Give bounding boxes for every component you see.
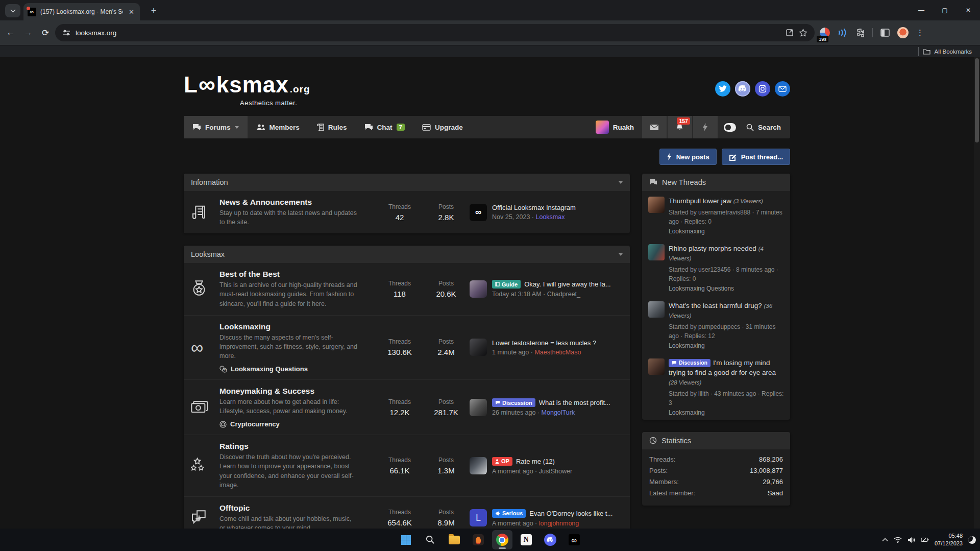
extensions-puzzle-icon[interactable] — [855, 28, 865, 37]
latest-user[interactable]: MaestheticMaso — [534, 349, 581, 356]
latest-thread-title[interactable]: Rate me (12) — [516, 458, 555, 465]
profile-avatar[interactable] — [897, 27, 909, 38]
forum-title[interactable]: Moneymaking & Success — [219, 387, 377, 396]
discord-button[interactable] — [540, 530, 560, 549]
stat-value[interactable]: Saad — [768, 489, 783, 497]
file-explorer-button[interactable] — [444, 530, 464, 549]
start-button[interactable] — [396, 530, 416, 549]
nav-forums[interactable]: Forums — [184, 116, 248, 138]
avatar[interactable] — [648, 358, 665, 375]
sound-extension-icon[interactable] — [838, 29, 848, 37]
twitter-icon[interactable] — [715, 81, 730, 97]
nav-rules[interactable]: Rules — [308, 116, 356, 138]
inbox-button[interactable] — [642, 116, 667, 138]
collapse-icon[interactable] — [619, 181, 623, 184]
avatar[interactable] — [648, 244, 665, 260]
bookmark-star-icon[interactable] — [799, 29, 807, 37]
all-bookmarks-label[interactable]: All Bookmarks — [935, 49, 972, 55]
latest-user[interactable]: Looksmax — [535, 213, 565, 221]
avatar[interactable] — [470, 399, 487, 416]
alerts-button[interactable]: 157 — [668, 116, 692, 138]
forum-title[interactable]: Best of the Best — [219, 270, 377, 279]
subforum-link[interactable]: Cryptocurrency — [219, 420, 377, 428]
wifi-icon[interactable] — [894, 537, 902, 543]
forum-title[interactable]: News & Announcements — [219, 198, 377, 207]
forum-title[interactable]: Offtopic — [219, 504, 377, 513]
scrollbar-thumb[interactable] — [975, 58, 979, 142]
volume-icon[interactable] — [908, 537, 915, 543]
dark-mode-toggle[interactable] — [724, 123, 736, 132]
collapse-icon[interactable] — [619, 253, 623, 256]
side-panel-icon[interactable] — [880, 29, 890, 37]
theme-toggle[interactable] — [718, 116, 742, 138]
new-tab-button[interactable]: + — [147, 5, 160, 16]
latest-thread-title[interactable]: Evan O'Dorney looks like t... — [529, 510, 612, 517]
forum-title[interactable]: Looksmaxing — [219, 322, 377, 331]
user-avatar[interactable] — [596, 121, 609, 134]
new-posts-button[interactable]: New posts — [659, 149, 717, 165]
looksmax-header[interactable]: Looksmax — [184, 246, 630, 263]
address-bar[interactable]: looksmax.org — [55, 24, 815, 41]
reload-button[interactable]: ⟳ — [38, 25, 53, 40]
avatar[interactable] — [470, 339, 487, 356]
instagram-icon[interactable] — [755, 81, 770, 97]
night-mode-icon[interactable] — [968, 536, 976, 544]
latest-user[interactable]: Chadpreet_ — [547, 291, 580, 298]
avatar[interactable]: L — [470, 509, 487, 526]
thread-title[interactable]: Rhino plasty morphs needed — [669, 245, 756, 252]
thread-title[interactable]: Thumbpull lower jaw — [669, 197, 731, 205]
nav-chat[interactable]: Chat 7 — [356, 116, 413, 138]
page-scrollbar[interactable] — [974, 57, 980, 529]
taskbar-clock[interactable]: 05:48 07/12/2023 — [935, 532, 963, 547]
chrome-button[interactable] — [492, 530, 512, 549]
mail-icon[interactable] — [775, 81, 790, 97]
search-button[interactable]: Search — [742, 116, 790, 138]
tab-close-icon[interactable]: ✕ — [127, 8, 136, 16]
minimize-button[interactable]: — — [910, 0, 933, 20]
latest-user[interactable]: JustShower — [539, 468, 572, 475]
latest-user[interactable]: MongolTurk — [542, 409, 575, 416]
whats-new-button[interactable] — [693, 116, 718, 138]
looksmax-app-button[interactable]: ∞ — [564, 530, 584, 549]
subforum-link[interactable]: ? Looksmaxing Questions — [219, 365, 377, 373]
nav-upgrade[interactable]: Upgrade — [413, 116, 472, 138]
thread-title[interactable]: What's the least harmful drug? — [669, 302, 762, 309]
taskbar-search-button[interactable] — [420, 530, 440, 549]
browser-menu-icon[interactable]: ⋮ — [916, 28, 924, 37]
user-menu[interactable]: Ruakh — [589, 116, 641, 138]
extension-colorwheel-icon[interactable]: 39s — [820, 28, 830, 38]
avatar[interactable] — [470, 280, 487, 298]
avatar[interactable] — [648, 301, 665, 318]
latest-thread-title[interactable]: Official Looksmax Instagram — [492, 204, 576, 211]
forum-title[interactable]: Ratings — [219, 442, 377, 451]
flame-app-button[interactable] — [468, 530, 488, 549]
url-text[interactable]: looksmax.org — [76, 29, 780, 37]
tray-chevron-icon[interactable] — [882, 538, 888, 542]
tab-search-button[interactable] — [5, 4, 20, 17]
thread-forum[interactable]: Looksmaxing — [669, 228, 784, 235]
thread-forum[interactable]: Looksmaxing — [669, 342, 784, 349]
close-button[interactable]: ✕ — [957, 0, 980, 20]
thread-forum[interactable]: Looksmaxing — [669, 409, 784, 416]
information-header[interactable]: Information — [184, 174, 630, 191]
back-button[interactable]: ← — [3, 25, 18, 40]
latest-user[interactable]: longjohnmong — [539, 520, 579, 527]
share-icon[interactable] — [786, 29, 794, 37]
post-thread-button[interactable]: Post thread... — [722, 149, 790, 165]
avatar[interactable] — [470, 457, 487, 474]
maximize-button[interactable]: ▢ — [933, 0, 957, 20]
latest-thread-title[interactable]: Lower testosterone = less mucles ? — [492, 339, 596, 347]
site-logo[interactable]: L∞ksmax.org Aesthetics matter. — [184, 70, 310, 107]
site-settings-icon[interactable] — [62, 29, 70, 36]
thread-forum[interactable]: Looksmaxing Questions — [669, 285, 784, 292]
discord-icon[interactable] — [735, 81, 750, 97]
avatar[interactable] — [648, 197, 665, 213]
nav-members[interactable]: Members — [248, 116, 308, 138]
avatar[interactable]: ∞ — [470, 204, 487, 221]
forward-button[interactable]: → — [20, 25, 36, 40]
notion-button[interactable]: N — [516, 530, 536, 549]
latest-thread-title[interactable]: Okay. I will give away the la... — [524, 280, 611, 288]
latest-thread-title[interactable]: What is the most profit... — [539, 399, 610, 406]
browser-tab[interactable]: ∞ (157) Looksmax.org - Men's Sel ✕ — [23, 3, 140, 20]
battery-pen-icon[interactable] — [921, 537, 929, 543]
